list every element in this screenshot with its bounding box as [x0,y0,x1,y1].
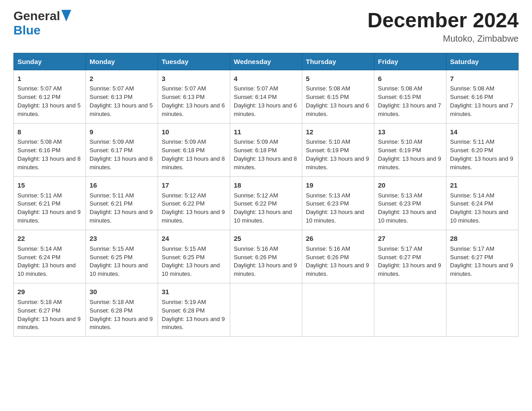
day-number: 24 [162,234,226,244]
day-number: 2 [90,74,154,84]
sunset-text: Sunset: 6:16 PM [450,94,493,100]
daylight-text: Daylight: 13 hours and 5 minutes. [90,102,153,117]
table-row: 7Sunrise: 5:08 AMSunset: 6:16 PMDaylight… [446,70,519,123]
sunrise-text: Sunrise: 5:12 AM [234,192,278,199]
sunrise-text: Sunrise: 5:09 AM [90,138,134,145]
sunset-text: Sunset: 6:22 PM [162,200,205,207]
table-row: 25Sunrise: 5:16 AMSunset: 6:26 PMDayligh… [230,230,302,283]
day-number: 4 [234,74,298,84]
sunrise-text: Sunrise: 5:14 AM [450,192,494,199]
table-row: 6Sunrise: 5:08 AMSunset: 6:15 PMDaylight… [374,70,446,123]
sunrise-text: Sunrise: 5:10 AM [306,138,350,145]
sunset-text: Sunset: 6:14 PM [234,94,277,100]
header-tuesday: Tuesday [158,53,230,70]
day-number: 13 [378,127,442,137]
daylight-text: Daylight: 13 hours and 10 minutes. [162,262,220,277]
day-number: 19 [306,180,370,190]
daylight-text: Daylight: 13 hours and 8 minutes. [162,155,225,171]
day-number: 6 [378,74,442,84]
sunrise-text: Sunrise: 5:07 AM [17,85,62,92]
table-row [374,283,446,337]
sunset-text: Sunset: 6:25 PM [90,254,133,261]
sunset-text: Sunset: 6:26 PM [234,254,277,261]
header-sunday: Sunday [14,53,86,70]
daylight-text: Daylight: 13 hours and 6 minutes. [162,102,225,117]
table-row: 13Sunrise: 5:10 AMSunset: 6:19 PMDayligh… [374,123,446,176]
daylight-text: Daylight: 13 hours and 9 minutes. [450,155,513,171]
daylight-text: Daylight: 13 hours and 7 minutes. [378,102,441,117]
daylight-text: Daylight: 13 hours and 9 minutes. [17,209,81,224]
sunrise-text: Sunrise: 5:15 AM [162,245,206,252]
day-number: 10 [162,127,226,137]
sunrise-text: Sunrise: 5:16 AM [306,245,350,252]
day-number: 5 [306,74,370,84]
day-number: 22 [17,234,82,244]
sunset-text: Sunset: 6:15 PM [378,94,421,100]
calendar-week-row: 8Sunrise: 5:08 AMSunset: 6:16 PMDaylight… [14,123,519,176]
day-number: 31 [162,287,226,297]
sunset-text: Sunset: 6:18 PM [234,147,277,154]
daylight-text: Daylight: 13 hours and 6 minutes. [234,102,297,117]
day-number: 28 [450,234,515,244]
daylight-text: Daylight: 13 hours and 9 minutes. [162,209,225,224]
sunrise-text: Sunrise: 5:15 AM [90,245,134,252]
table-row: 31Sunrise: 5:19 AMSunset: 6:28 PMDayligh… [158,283,230,337]
table-row: 8Sunrise: 5:08 AMSunset: 6:16 PMDaylight… [14,123,86,176]
sunrise-text: Sunrise: 5:10 AM [378,138,422,145]
table-row: 4Sunrise: 5:07 AMSunset: 6:14 PMDaylight… [230,70,302,123]
logo-blue-text: Blue [13,23,41,37]
sunrise-text: Sunrise: 5:08 AM [378,85,422,92]
day-number: 14 [450,127,515,137]
table-row: 11Sunrise: 5:09 AMSunset: 6:18 PMDayligh… [230,123,302,176]
header-saturday: Saturday [446,53,519,70]
sunset-text: Sunset: 6:15 PM [306,94,349,100]
sunset-text: Sunset: 6:20 PM [450,147,493,154]
sunset-text: Sunset: 6:19 PM [378,147,421,154]
header-wednesday: Wednesday [230,53,302,70]
daylight-text: Daylight: 13 hours and 10 minutes. [306,209,364,224]
table-row: 20Sunrise: 5:13 AMSunset: 6:23 PMDayligh… [374,176,446,230]
logo-arrow-icon [61,10,71,23]
table-row: 30Sunrise: 5:18 AMSunset: 6:28 PMDayligh… [86,283,158,337]
sunset-text: Sunset: 6:24 PM [450,200,493,207]
sunrise-text: Sunrise: 5:13 AM [378,192,422,199]
day-number: 11 [234,127,298,137]
sunset-text: Sunset: 6:19 PM [306,147,349,154]
table-row: 5Sunrise: 5:08 AMSunset: 6:15 PMDaylight… [302,70,374,123]
sunset-text: Sunset: 6:27 PM [378,254,421,261]
calendar-week-row: 15Sunrise: 5:11 AMSunset: 6:21 PMDayligh… [14,176,519,230]
sunrise-text: Sunrise: 5:16 AM [234,245,278,252]
sunrise-text: Sunrise: 5:14 AM [17,245,62,252]
table-row: 21Sunrise: 5:14 AMSunset: 6:24 PMDayligh… [446,176,519,230]
day-number: 20 [378,180,442,190]
sunrise-text: Sunrise: 5:13 AM [306,192,350,199]
table-row: 27Sunrise: 5:17 AMSunset: 6:27 PMDayligh… [374,230,446,283]
sunset-text: Sunset: 6:23 PM [378,200,421,207]
table-row: 24Sunrise: 5:15 AMSunset: 6:25 PMDayligh… [158,230,230,283]
sunset-text: Sunset: 6:23 PM [306,200,349,207]
daylight-text: Daylight: 13 hours and 10 minutes. [234,209,292,224]
daylight-text: Daylight: 13 hours and 10 minutes. [378,209,436,224]
day-number: 27 [378,234,442,244]
sunset-text: Sunset: 6:18 PM [162,147,205,154]
sunset-text: Sunset: 6:21 PM [90,200,133,207]
daylight-text: Daylight: 13 hours and 9 minutes. [234,262,297,277]
day-number: 23 [90,234,154,244]
table-row [230,283,302,337]
month-title: December 2024 [367,9,519,32]
calendar-table: Sunday Monday Tuesday Wednesday Thursday… [13,53,519,337]
calendar-week-row: 22Sunrise: 5:14 AMSunset: 6:24 PMDayligh… [14,230,519,283]
sunrise-text: Sunrise: 5:07 AM [234,85,278,92]
table-row: 26Sunrise: 5:16 AMSunset: 6:26 PMDayligh… [302,230,374,283]
page-header: General Blue December 2024 Mutoko, Zimba… [13,9,519,44]
day-number: 16 [90,180,154,190]
sunset-text: Sunset: 6:13 PM [90,94,133,100]
location: Mutoko, Zimbabwe [367,34,519,44]
sunset-text: Sunset: 6:16 PM [17,147,60,154]
daylight-text: Daylight: 13 hours and 10 minutes. [90,262,148,277]
calendar-week-row: 1Sunrise: 5:07 AMSunset: 6:12 PMDaylight… [14,70,519,123]
table-row: 2Sunrise: 5:07 AMSunset: 6:13 PMDaylight… [86,70,158,123]
table-row: 15Sunrise: 5:11 AMSunset: 6:21 PMDayligh… [14,176,86,230]
table-row [302,283,374,337]
table-row: 29Sunrise: 5:18 AMSunset: 6:27 PMDayligh… [14,283,86,337]
